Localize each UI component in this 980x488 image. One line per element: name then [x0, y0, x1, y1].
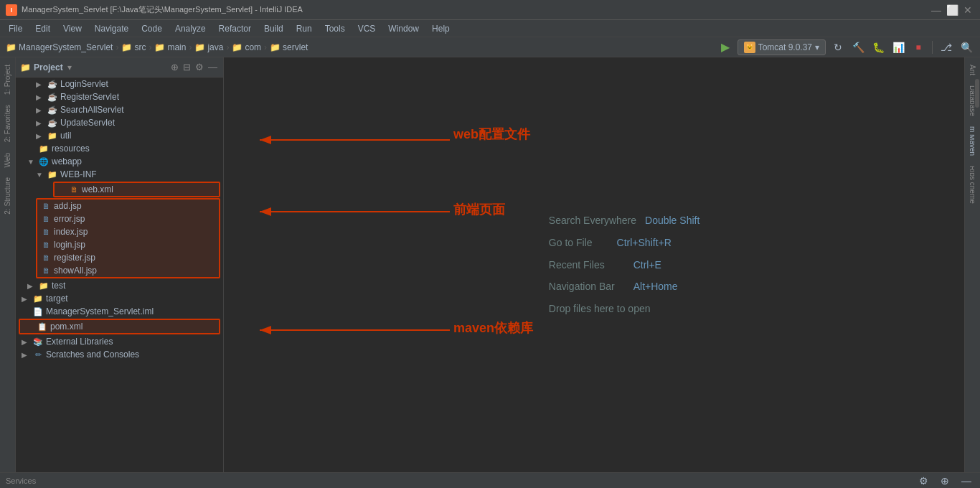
tree-webinf[interactable]: ▼ 📁 WEB-INF: [16, 168, 223, 181]
menu-code[interactable]: Code: [136, 22, 168, 35]
project-tab[interactable]: 1: Project: [2, 60, 13, 99]
servlet-icon: ☕: [47, 118, 58, 128]
tree-webapp[interactable]: ▼ 🌐 webapp: [16, 155, 223, 168]
coverage-button[interactable]: 📊: [890, 39, 906, 55]
jsp-icon: 🗎: [40, 215, 52, 223]
services-label[interactable]: Services: [6, 477, 36, 485]
breadcrumb-com[interactable]: com: [245, 42, 261, 52]
hint-goto-file: Go to File Ctrl+Shift+R: [549, 232, 699, 254]
favorites-tab[interactable]: 2: Favorites: [2, 100, 13, 146]
expand-icon: ▶: [36, 119, 44, 127]
project-tree: 📁 Project ▾ ⊕ ⊟ ⚙ — ▶ ☕ LoginServlet ▶ ☕…: [16, 57, 224, 472]
menu-refactor[interactable]: Refactor: [213, 22, 257, 35]
menu-navigate[interactable]: Navigate: [89, 22, 134, 35]
menu-file[interactable]: File: [3, 22, 28, 35]
tomcat-selector[interactable]: 🐱 Tomcat 9.0.37 ▾: [738, 39, 826, 55]
tree-item-label: test: [52, 281, 65, 291]
servlet-icon: ☕: [47, 105, 58, 115]
tree-loginjsp[interactable]: 🗎 login.jsp: [37, 238, 219, 251]
run-button[interactable]: ▶: [717, 39, 733, 55]
status-settings-button[interactable]: ⚙: [915, 473, 931, 489]
folder-icon: 📁: [32, 294, 44, 304]
menu-run[interactable]: Run: [291, 22, 318, 35]
tree-item-label: showAll.jsp: [54, 266, 97, 276]
hint-drop-files: Drop files here to open: [549, 298, 699, 320]
structure-tab[interactable]: 2: Structure: [2, 173, 13, 219]
folder-web-icon: 🌐: [38, 157, 50, 166]
scratches-icon: ✏: [32, 350, 44, 360]
git-button[interactable]: ⎇: [938, 39, 954, 55]
tree-resources[interactable]: 📁 resources: [16, 142, 223, 155]
tree-item-label: register.jsp: [54, 253, 95, 263]
servlet-icon: ☕: [47, 93, 58, 102]
tree-showalljsp[interactable]: 🗎 showAll.jsp: [37, 264, 219, 277]
tree-test[interactable]: ▶ 📁 test: [16, 279, 223, 292]
debug-button[interactable]: 🐛: [870, 39, 886, 55]
folder-icon: 📁: [47, 170, 58, 179]
minimize-button[interactable]: —: [930, 4, 943, 17]
sidebar-settings-icon[interactable]: ⚙: [194, 60, 205, 74]
sidebar-header-icons: ⊕ ⊟ ⚙ —: [169, 60, 219, 74]
menu-vcs[interactable]: VCS: [352, 22, 382, 35]
tree-item-label: pom.xml: [50, 322, 83, 332]
tree-errorjsp[interactable]: 🗎 error.jsp: [37, 212, 219, 225]
hint-label: Go to File: [549, 232, 593, 254]
reload-button[interactable]: ↻: [830, 39, 846, 55]
menu-analyze[interactable]: Analyze: [169, 22, 212, 35]
close-button[interactable]: ✕: [961, 4, 974, 17]
build-button[interactable]: 🔨: [850, 39, 866, 55]
hint-key: Ctrl+Shift+R: [617, 232, 672, 254]
breadcrumb-src[interactable]: src: [134, 42, 146, 52]
ant-tab[interactable]: Ant: [967, 60, 978, 80]
status-minimize-button[interactable]: —: [958, 473, 974, 489]
stop-button[interactable]: ■: [910, 39, 926, 55]
menu-bar: File Edit View Navigate Code Analyze Ref…: [0, 20, 980, 37]
tree-updateservlet[interactable]: ▶ ☕ UpdateServlet: [16, 116, 223, 129]
breadcrumb-main[interactable]: main: [167, 42, 186, 52]
hint-recent-files: Recent Files Ctrl+E: [549, 254, 699, 276]
tree-addjsp[interactable]: 🗎 add.jsp: [37, 200, 219, 212]
jsp-icon: 🗎: [40, 202, 52, 210]
hint-label: Search Everywhere: [549, 210, 636, 232]
extlibs-icon: 📚: [32, 337, 44, 347]
breadcrumb-servlet[interactable]: servlet: [283, 42, 308, 52]
editor-area: Search Everywhere Double Shift Go to Fil…: [224, 57, 964, 472]
toolbar-separator: [932, 41, 933, 54]
hint-label: Navigation Bar: [549, 276, 615, 298]
sidebar-collapse-icon[interactable]: ⊟: [182, 60, 192, 74]
search-button[interactable]: 🔍: [958, 39, 974, 55]
menu-tools[interactable]: Tools: [319, 22, 351, 35]
menu-help[interactable]: Help: [426, 22, 456, 35]
tree-scratches[interactable]: ▶ ✏ Scratches and Consoles: [16, 348, 223, 361]
jsp-icon: 🗎: [40, 227, 52, 236]
status-add-button[interactable]: ⊕: [937, 473, 953, 489]
expand-icon: ▶: [36, 93, 44, 101]
tree-extlibs[interactable]: ▶ 📚 External Libraries: [16, 335, 223, 348]
tree-registerservlet[interactable]: ▶ ☕ RegisterServlet: [16, 90, 223, 103]
jsp-icon: 🗎: [40, 253, 52, 262]
web-tab[interactable]: Web: [2, 149, 13, 172]
breadcrumb-java[interactable]: java: [207, 42, 223, 52]
tree-item-label: webapp: [52, 156, 82, 166]
servlet-icon: ☕: [47, 80, 58, 89]
tree-indexjsp[interactable]: 🗎 index.jsp: [37, 225, 219, 238]
sidebar-hide-icon[interactable]: —: [207, 60, 219, 74]
sidebar-locate-icon[interactable]: ⊕: [169, 60, 180, 74]
tree-manageriml[interactable]: 📄 ManagerSystem_Servlet.iml: [16, 305, 223, 318]
tree-pomxml[interactable]: 📋 pom.xml: [20, 320, 219, 333]
menu-view[interactable]: View: [57, 22, 88, 35]
expand-icon: ▼: [36, 171, 44, 179]
tree-searchallservlet[interactable]: ▶ ☕ SearchAllServlet: [16, 103, 223, 116]
tree-webxml[interactable]: 🗎 web.xml: [55, 183, 219, 196]
breadcrumb-project[interactable]: ManagerSystem_Servlet: [19, 42, 113, 52]
menu-edit[interactable]: Edit: [29, 22, 56, 35]
menu-build[interactable]: Build: [258, 22, 289, 35]
tree-item-label: UpdateServlet: [60, 118, 115, 128]
maximize-button[interactable]: ⬜: [946, 4, 958, 17]
menu-window[interactable]: Window: [382, 22, 425, 35]
tree-loginservlet[interactable]: ▶ ☕ LoginServlet: [16, 78, 223, 90]
tree-target[interactable]: ▶ 📁 target: [16, 292, 223, 305]
tree-util[interactable]: ▶ 📁 util: [16, 129, 223, 142]
hint-key: Alt+Home: [633, 276, 678, 298]
tree-registerjsp[interactable]: 🗎 register.jsp: [37, 251, 219, 264]
